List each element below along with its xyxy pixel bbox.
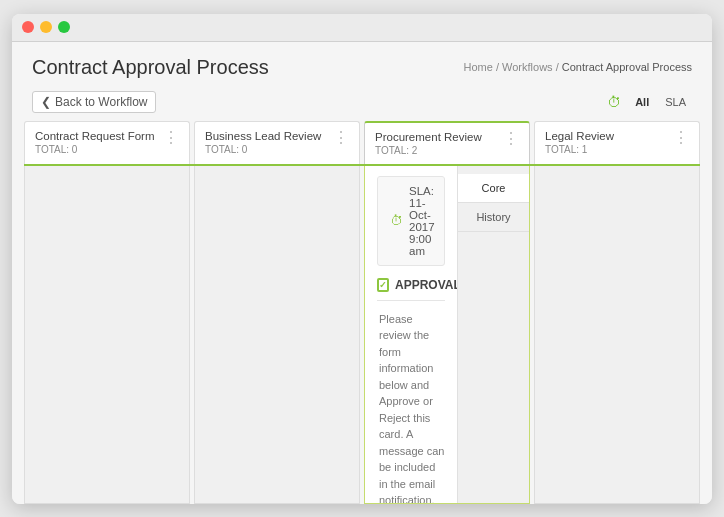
sidebar-history-label: History xyxy=(476,211,510,223)
page-title: Contract Approval Process xyxy=(32,56,269,79)
columns-area: Contract Request Form TOTAL: 0 ⋮ Busines… xyxy=(12,121,712,504)
divider-1 xyxy=(377,300,445,301)
col-header-total-3: TOTAL: 2 xyxy=(375,145,482,156)
col-body-2 xyxy=(194,166,360,504)
minimize-button[interactable] xyxy=(40,21,52,33)
col-header-name-1: Contract Request Form xyxy=(35,130,155,142)
app-content: Contract Approval Process Home / Workflo… xyxy=(12,42,712,504)
col-header-total-2: TOTAL: 0 xyxy=(205,144,321,155)
back-button-label: Back to Workflow xyxy=(55,95,147,109)
col-header-name-2: Business Lead Review xyxy=(205,130,321,142)
sidebar-item-core[interactable]: Core xyxy=(458,174,529,203)
col-header-2[interactable]: Business Lead Review TOTAL: 0 ⋮ xyxy=(194,121,360,164)
breadcrumb-workflows[interactable]: Workflows xyxy=(502,61,553,73)
col-header-total-4: TOTAL: 1 xyxy=(545,144,614,155)
breadcrumb-home[interactable]: Home xyxy=(464,61,493,73)
columns-body: ⏱ SLA: 11-Oct-2017 9:00 am ✓ APPROVAL Pl… xyxy=(24,164,700,504)
view-toggle: ⏱ All SLA xyxy=(607,94,692,110)
col-body-4 xyxy=(534,166,700,504)
col-header-4[interactable]: Legal Review TOTAL: 1 ⋮ xyxy=(534,121,700,164)
approval-description: Please review the form information below… xyxy=(377,311,445,503)
col-menu-icon-2[interactable]: ⋮ xyxy=(333,130,349,146)
breadcrumb: Home / Workflows / Contract Approval Pro… xyxy=(464,61,692,73)
col-header-3[interactable]: Procurement Review TOTAL: 2 ⋮ xyxy=(364,121,530,164)
sidebar-core-label: Core xyxy=(482,182,506,194)
sla-icon: ⏱ xyxy=(390,213,403,228)
view-sla-button[interactable]: SLA xyxy=(659,94,692,110)
sidebar-item-history[interactable]: History xyxy=(458,203,529,232)
view-all-button[interactable]: All xyxy=(629,94,655,110)
titlebar xyxy=(12,14,712,42)
page-header: Contract Approval Process Home / Workflo… xyxy=(12,42,712,87)
col-body-3: ⏱ SLA: 11-Oct-2017 9:00 am ✓ APPROVAL Pl… xyxy=(364,166,530,504)
col-header-1[interactable]: Contract Request Form TOTAL: 0 ⋮ xyxy=(24,121,190,164)
col-header-name-3: Procurement Review xyxy=(375,131,482,143)
approval-check-icon: ✓ xyxy=(377,278,389,292)
sla-bar: ⏱ SLA: 11-Oct-2017 9:00 am xyxy=(377,176,445,266)
toolbar: ❮ Back to Workflow ⏱ All SLA xyxy=(12,87,712,121)
approval-header: ✓ APPROVAL xyxy=(377,278,445,292)
col-menu-icon-1[interactable]: ⋮ xyxy=(163,130,179,146)
maximize-button[interactable] xyxy=(58,21,70,33)
refresh-icon: ⏱ xyxy=(607,94,621,110)
approval-title: APPROVAL xyxy=(395,278,457,292)
col-menu-icon-3[interactable]: ⋮ xyxy=(503,131,519,147)
col-header-total-1: TOTAL: 0 xyxy=(35,144,155,155)
sidebar-panel: Core History xyxy=(457,166,529,503)
col-menu-icon-4[interactable]: ⋮ xyxy=(673,130,689,146)
close-button[interactable] xyxy=(22,21,34,33)
breadcrumb-current: Contract Approval Process xyxy=(562,61,692,73)
col-header-name-4: Legal Review xyxy=(545,130,614,142)
col-body-1 xyxy=(24,166,190,504)
sla-text: SLA: 11-Oct-2017 9:00 am xyxy=(409,185,435,257)
columns-header: Contract Request Form TOTAL: 0 ⋮ Busines… xyxy=(24,121,700,164)
back-to-workflow-button[interactable]: ❮ Back to Workflow xyxy=(32,91,156,113)
card-detail: ⏱ SLA: 11-Oct-2017 9:00 am ✓ APPROVAL Pl… xyxy=(365,166,457,503)
back-chevron-icon: ❮ xyxy=(41,95,51,109)
app-window: Contract Approval Process Home / Workflo… xyxy=(12,14,712,504)
